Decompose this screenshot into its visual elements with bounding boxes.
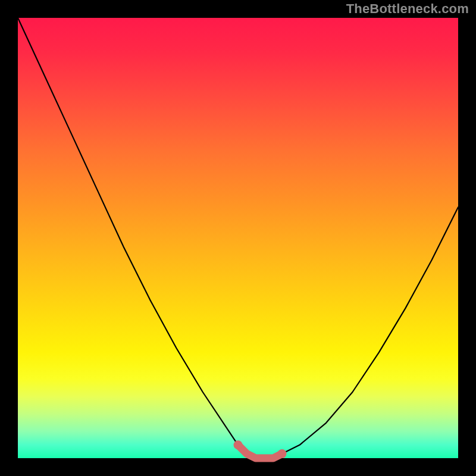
valley-indicator [234,440,287,458]
plot-area [18,18,458,458]
svg-point-1 [278,449,287,458]
chart-frame: TheBottleneck.com [0,0,476,476]
curve-svg [18,18,458,458]
svg-point-0 [234,440,243,449]
bottleneck-curve [18,18,458,458]
watermark-text: TheBottleneck.com [346,1,469,17]
